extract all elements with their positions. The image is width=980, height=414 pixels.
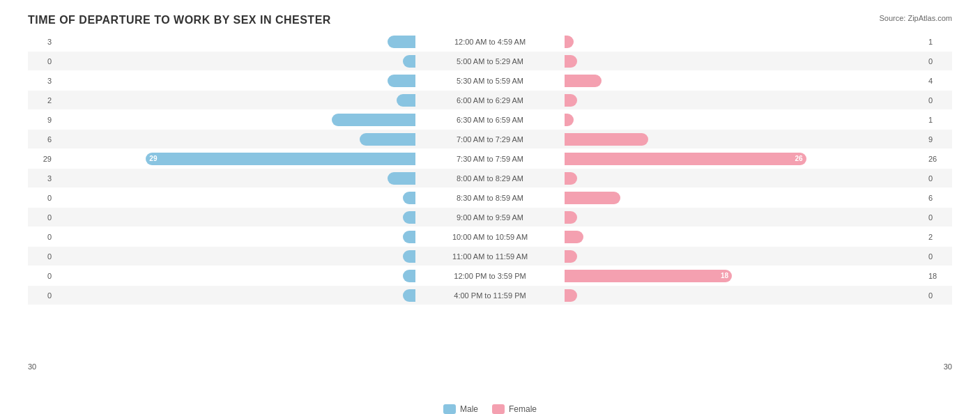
right-bar-area bbox=[563, 94, 924, 107]
table-row: 35:30 AM to 5:59 AM4 bbox=[28, 71, 952, 90]
male-value: 0 bbox=[28, 194, 56, 202]
male-value: 9 bbox=[28, 116, 56, 124]
female-value: 0 bbox=[924, 57, 952, 66]
legend: Male Female bbox=[443, 404, 537, 414]
left-bar-area bbox=[56, 250, 417, 263]
table-row: 05:00 AM to 5:29 AM0 bbox=[28, 52, 952, 70]
female-value: 6 bbox=[924, 194, 952, 202]
left-bar-area bbox=[56, 55, 417, 68]
right-bar-area bbox=[563, 250, 924, 263]
male-value: 0 bbox=[28, 233, 56, 241]
table-row: 67:00 AM to 7:29 AM9 bbox=[28, 130, 952, 148]
table-row: 38:00 AM to 8:29 AM0 bbox=[28, 169, 952, 187]
right-bar-area bbox=[563, 133, 924, 146]
left-bar-area bbox=[56, 75, 417, 87]
time-label: 8:30 AM to 8:59 AM bbox=[417, 194, 563, 202]
left-bar-area bbox=[56, 133, 417, 146]
legend-female-label: Female bbox=[509, 404, 537, 414]
female-value: 1 bbox=[924, 116, 952, 124]
left-bar-area bbox=[56, 172, 417, 185]
right-bar-area bbox=[563, 55, 924, 68]
chart-container: TIME OF DEPARTURE TO WORK BY SEX IN CHES… bbox=[0, 0, 980, 414]
time-label: 7:00 AM to 7:29 AM bbox=[417, 135, 563, 144]
right-bar-area bbox=[563, 211, 924, 224]
time-label: 12:00 AM to 4:59 AM bbox=[417, 38, 563, 46]
time-label: 6:30 AM to 6:59 AM bbox=[417, 116, 563, 124]
table-row: 29297:30 AM to 7:59 AM2626 bbox=[28, 149, 952, 168]
female-value: 0 bbox=[924, 291, 952, 300]
male-value: 3 bbox=[28, 38, 56, 46]
table-row: 08:30 AM to 8:59 AM6 bbox=[28, 188, 952, 207]
left-bar-area bbox=[56, 94, 417, 107]
left-bar-area: 29 bbox=[56, 153, 417, 165]
right-bar-area bbox=[563, 75, 924, 87]
female-value: 0 bbox=[924, 96, 952, 105]
table-row: 011:00 AM to 11:59 AM0 bbox=[28, 247, 952, 266]
table-row: 04:00 PM to 11:59 PM0 bbox=[28, 286, 952, 305]
right-bar-area bbox=[563, 172, 924, 185]
time-label: 4:00 PM to 11:59 PM bbox=[417, 291, 563, 300]
legend-female: Female bbox=[492, 404, 537, 414]
right-bar-area bbox=[563, 114, 924, 126]
left-bar-area bbox=[56, 192, 417, 204]
female-value: 0 bbox=[924, 174, 952, 183]
table-row: 312:00 AM to 4:59 AM1 bbox=[28, 32, 952, 51]
female-value: 18 bbox=[924, 272, 952, 280]
time-label: 10:00 AM to 10:59 AM bbox=[417, 233, 563, 241]
male-value: 0 bbox=[28, 252, 56, 261]
chart-area: 312:00 AM to 4:59 AM105:00 AM to 5:29 AM… bbox=[28, 32, 952, 360]
left-bar-area bbox=[56, 289, 417, 302]
left-bar-area bbox=[56, 114, 417, 126]
table-row: 96:30 AM to 6:59 AM1 bbox=[28, 110, 952, 129]
left-bar-area bbox=[56, 211, 417, 224]
male-value: 2 bbox=[28, 96, 56, 105]
male-value: 0 bbox=[28, 272, 56, 280]
female-value: 0 bbox=[924, 213, 952, 222]
time-label: 7:30 AM to 7:59 AM bbox=[417, 155, 563, 163]
table-row: 26:00 AM to 6:29 AM0 bbox=[28, 91, 952, 109]
legend-male-box bbox=[443, 404, 456, 414]
right-bar-area bbox=[563, 289, 924, 302]
female-value: 2 bbox=[924, 233, 952, 241]
right-bar-area: 18 bbox=[563, 270, 924, 282]
table-row: 09:00 AM to 9:59 AM0 bbox=[28, 208, 952, 227]
time-label: 5:30 AM to 5:59 AM bbox=[417, 77, 563, 85]
female-value: 4 bbox=[924, 77, 952, 85]
time-label: 9:00 AM to 9:59 AM bbox=[417, 213, 563, 222]
female-value: 9 bbox=[924, 135, 952, 144]
legend-male-label: Male bbox=[460, 404, 478, 414]
axis-labels: 30 30 bbox=[28, 362, 952, 371]
time-label: 11:00 AM to 11:59 AM bbox=[417, 252, 563, 261]
time-label: 8:00 AM to 8:29 AM bbox=[417, 174, 563, 183]
left-bar-area bbox=[56, 36, 417, 48]
male-value: 3 bbox=[28, 174, 56, 183]
legend-male: Male bbox=[443, 404, 478, 414]
right-bar-area: 26 bbox=[563, 153, 924, 165]
right-bar-area bbox=[563, 192, 924, 204]
axis-left: 30 bbox=[28, 362, 36, 371]
male-value: 6 bbox=[28, 135, 56, 144]
left-bar-area bbox=[56, 231, 417, 243]
legend-female-box bbox=[492, 404, 505, 414]
male-value: 29 bbox=[28, 155, 56, 163]
axis-right: 30 bbox=[944, 362, 952, 371]
male-value: 0 bbox=[28, 213, 56, 222]
chart-title: TIME OF DEPARTURE TO WORK BY SEX IN CHES… bbox=[28, 14, 952, 26]
right-bar-area bbox=[563, 36, 924, 48]
right-bar-area bbox=[563, 231, 924, 243]
time-label: 6:00 AM to 6:29 AM bbox=[417, 96, 563, 105]
table-row: 012:00 PM to 3:59 PM1818 bbox=[28, 266, 952, 285]
time-label: 5:00 AM to 5:29 AM bbox=[417, 57, 563, 66]
table-row: 010:00 AM to 10:59 AM2 bbox=[28, 227, 952, 246]
female-value: 1 bbox=[924, 38, 952, 46]
female-value: 0 bbox=[924, 252, 952, 261]
male-value: 3 bbox=[28, 77, 56, 85]
female-value: 26 bbox=[924, 155, 952, 163]
male-value: 0 bbox=[28, 57, 56, 66]
left-bar-area bbox=[56, 270, 417, 282]
time-label: 12:00 PM to 3:59 PM bbox=[417, 272, 563, 280]
male-value: 0 bbox=[28, 291, 56, 300]
source-label: Source: ZipAtlas.com bbox=[879, 14, 952, 22]
